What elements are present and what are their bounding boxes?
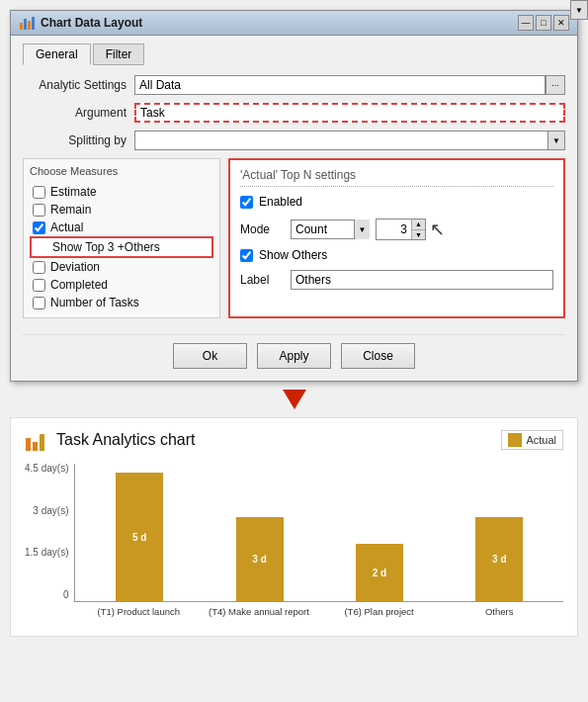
bar-0: 5 d xyxy=(116,473,163,601)
legend-label: Actual xyxy=(526,434,556,446)
argument-row: Argument ▼ xyxy=(23,103,565,123)
topn-number-input[interactable] xyxy=(377,219,411,239)
measure-numtasks-label: Number of Tasks xyxy=(50,296,139,309)
bar-2: 2 d xyxy=(356,544,403,601)
topn-label-label: Label xyxy=(240,273,285,287)
topn-number-wrap: ▲ ▼ xyxy=(376,219,426,240)
measure-estimate-checkbox[interactable] xyxy=(33,186,45,199)
analytic-settings-row: Analytic Settings ··· xyxy=(23,75,565,95)
measure-completed-checkbox[interactable] xyxy=(33,279,45,292)
dialog-title: Chart Data Layout xyxy=(41,16,142,30)
x-label-1: (T4) Make annual report xyxy=(203,606,315,617)
bar-group-0: 5 d xyxy=(83,473,195,601)
measures-box: Choose Measures Estimate Remain Actual xyxy=(23,158,220,318)
topn-mode-label: Mode xyxy=(240,222,285,236)
topn-spin-down-button[interactable]: ▼ xyxy=(412,230,425,240)
argument-input[interactable] xyxy=(134,103,565,123)
measure-deviation-checkbox[interactable] xyxy=(33,261,45,274)
topn-showothers-label: Show Others xyxy=(259,248,327,262)
svg-rect-4 xyxy=(26,438,31,451)
content-area: Choose Measures Estimate Remain Actual xyxy=(23,158,565,318)
x-label-0: (T1) Product launch xyxy=(82,606,195,617)
tab-filter[interactable]: Filter xyxy=(93,44,145,65)
close-button[interactable]: Close xyxy=(341,343,415,369)
tab-general[interactable]: General xyxy=(23,44,91,65)
chart-header: Task Analytics chart Actual xyxy=(25,428,563,452)
analytic-settings-field-wrap: ··· xyxy=(134,75,565,95)
tabs-bar: General Filter xyxy=(23,44,565,65)
dialog-body: General Filter Analytic Settings ··· Arg… xyxy=(11,36,577,381)
measure-showtop-label: Show Top 3 +Others xyxy=(52,240,160,254)
arrow-container xyxy=(0,382,588,417)
topn-showothers-checkbox[interactable] xyxy=(240,249,253,262)
measure-numtasks-checkbox[interactable] xyxy=(33,297,45,309)
analytic-settings-input[interactable] xyxy=(134,75,546,95)
chart-title: Task Analytics chart xyxy=(56,431,196,449)
argument-field-wrap: ▼ xyxy=(134,103,565,123)
measure-deviation[interactable]: Deviation xyxy=(30,258,213,276)
analytic-settings-label: Analytic Settings xyxy=(23,78,126,92)
dialog-window: Chart Data Layout — □ ✕ General Filter A… xyxy=(10,10,578,382)
down-arrow-icon xyxy=(283,390,306,409)
bars-container: 5 d 3 d 2 d 3 d xyxy=(74,464,563,602)
topn-enabled-checkbox[interactable] xyxy=(240,196,253,209)
titlebar-left: Chart Data Layout xyxy=(19,15,142,31)
measure-estimate-label: Estimate xyxy=(50,185,97,199)
chart-plot: 5 d 3 d 2 d 3 d xyxy=(74,464,563,622)
measures-title: Choose Measures xyxy=(30,165,213,177)
x-labels: (T1) Product launch (T4) Make annual rep… xyxy=(74,602,563,617)
ok-button[interactable]: Ok xyxy=(173,343,247,369)
y-label-2: 1.5 day(s) xyxy=(25,548,68,558)
measure-estimate[interactable]: Estimate xyxy=(30,183,213,201)
y-label-4: 4.5 day(s) xyxy=(25,464,68,474)
topn-mode-select[interactable]: Count xyxy=(291,219,370,239)
measure-remain[interactable]: Remain xyxy=(30,201,213,219)
x-label-2: (T6) Plan project xyxy=(323,606,436,617)
topn-title: 'Actual' Top N settings xyxy=(240,168,553,187)
argument-label: Argument xyxy=(23,106,126,120)
splitting-by-label: Splitting by xyxy=(23,133,126,147)
splitting-by-row: Splitting by ▼ xyxy=(23,131,565,150)
measure-actual-checkbox[interactable] xyxy=(33,221,45,234)
chart-icon xyxy=(19,15,35,31)
bar-label-2: 2 d xyxy=(373,568,386,578)
topn-label-input[interactable] xyxy=(291,270,553,290)
legend-color-swatch xyxy=(508,433,522,447)
topn-mode-row: Mode Count ▼ ▲ ▼ ↖ xyxy=(240,219,553,240)
svg-rect-0 xyxy=(20,23,23,30)
measure-numtasks[interactable]: Number of Tasks xyxy=(30,294,213,311)
bar-label-1: 3 d xyxy=(252,554,266,565)
titlebar: Chart Data Layout — □ ✕ xyxy=(11,11,577,36)
chart-bar-icon xyxy=(25,428,48,452)
measure-showtop[interactable]: Show Top 3 +Others xyxy=(30,236,213,258)
measure-completed[interactable]: Completed xyxy=(30,276,213,294)
analytic-settings-browse-button[interactable]: ··· xyxy=(546,75,565,95)
bar-label-3: 3 d xyxy=(492,554,506,565)
bar-group-2: 2 d xyxy=(323,544,435,601)
bar-3: 3 d xyxy=(475,517,523,601)
y-label-3: 3 day(s) xyxy=(33,506,68,516)
splitting-by-select[interactable] xyxy=(134,131,565,150)
svg-rect-1 xyxy=(24,19,27,30)
topn-showothers-row: Show Others xyxy=(240,248,553,262)
topn-label-row: Label xyxy=(240,270,553,290)
y-label-0: 0 xyxy=(63,590,69,600)
measure-remain-checkbox[interactable] xyxy=(33,204,45,217)
minimize-button[interactable]: — xyxy=(518,15,534,31)
maximize-button[interactable]: □ xyxy=(536,15,551,31)
apply-button[interactable]: Apply xyxy=(257,343,331,369)
cursor-icon: ↖ xyxy=(430,219,445,240)
y-axis: 4.5 day(s) 3 day(s) 1.5 day(s) 0 xyxy=(25,464,74,622)
topn-spin-up-button[interactable]: ▲ xyxy=(412,219,425,230)
x-label-3: Others xyxy=(443,606,555,617)
measure-actual-label: Actual xyxy=(50,220,83,234)
topn-enabled-row: Enabled xyxy=(240,195,553,209)
topn-spin-buttons: ▲ ▼ xyxy=(411,219,425,239)
svg-rect-2 xyxy=(28,21,31,30)
dialog-footer: Ok Apply Close xyxy=(23,334,565,369)
svg-rect-6 xyxy=(40,434,44,451)
measure-actual[interactable]: Actual xyxy=(30,219,213,236)
close-window-button[interactable]: ✕ xyxy=(553,15,569,31)
bar-1: 3 d xyxy=(236,517,284,601)
topn-enabled-label: Enabled xyxy=(259,195,302,209)
